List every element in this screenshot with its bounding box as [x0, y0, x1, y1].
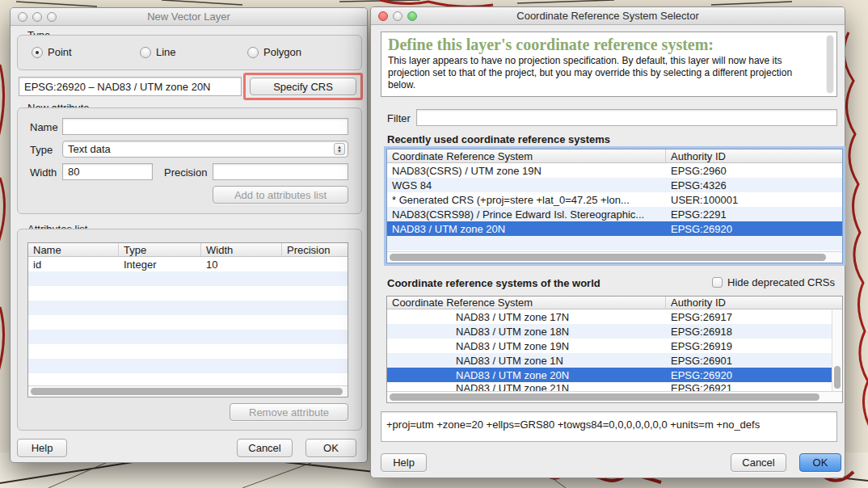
col-authority[interactable]: Authority ID	[666, 297, 842, 309]
radio-point-label: Point	[48, 46, 72, 58]
hide-deprecated-checkbox[interactable]: Hide deprecated CRSs	[712, 276, 835, 288]
table-row-selected[interactable]: NAD83 / UTM zone 20N EPSG:26920	[387, 368, 842, 382]
empty-row	[28, 344, 348, 359]
col-authority[interactable]: Authority ID	[666, 149, 842, 162]
cell-authority: EPSG:26919	[666, 340, 842, 352]
stepper-icon[interactable]: ▲▼	[334, 143, 345, 155]
proj-string-value: +proj=utm +zone=20 +ellps=GRS80 +towgs84…	[386, 419, 760, 431]
table-row[interactable]: NAD83 / UTM zone 18N EPSG:26918	[387, 324, 842, 339]
scrollbar-thumb[interactable]	[390, 393, 820, 401]
radio-line[interactable]: Line	[140, 46, 176, 58]
zoom-icon[interactable]	[47, 12, 57, 22]
table-row[interactable]: id Integer 10	[28, 257, 348, 271]
close-icon[interactable]	[378, 11, 388, 21]
help-button[interactable]: Help	[17, 439, 67, 457]
radio-line-label: Line	[156, 46, 176, 58]
description-box: Define this layer's coordinate reference…	[381, 32, 837, 97]
horizontal-scrollbar[interactable]	[387, 391, 842, 402]
table-row[interactable]: NAD83(CSRS) / UTM zone 19N EPSG:2960	[387, 163, 842, 178]
empty-row	[387, 236, 842, 250]
empty-row	[28, 271, 348, 286]
world-section-label: Coordinate reference systems of the worl…	[387, 277, 600, 289]
crs-display-field[interactable]: EPSG:26920 – NAD83 / UTM zone 20N	[19, 77, 242, 96]
table-row[interactable]: * Generated CRS (+proj=stere +lat_0=47.2…	[387, 192, 842, 207]
help-button[interactable]: Help	[381, 453, 427, 472]
cancel-button[interactable]: Cancel	[731, 453, 786, 472]
scrollbar-thumb[interactable]	[390, 254, 826, 261]
name-label: Name	[30, 121, 58, 133]
attributes-table-header[interactable]: Name Type Width Precision	[28, 243, 348, 257]
vertical-scrollbar[interactable]	[832, 309, 842, 391]
vertical-scrollbar[interactable]	[826, 35, 834, 94]
col-precision[interactable]: Precision	[282, 243, 348, 256]
scrollbar-thumb[interactable]	[827, 36, 833, 93]
specify-crs-button[interactable]: Specify CRS	[250, 78, 356, 95]
filter-input[interactable]	[416, 109, 837, 126]
table-row[interactable]: NAD83 / UTM zone 1N EPSG:26901	[387, 353, 842, 368]
minimize-icon[interactable]	[32, 12, 42, 22]
zoom-icon[interactable]	[407, 11, 417, 21]
attributes-table: Name Type Width Precision id Integer 10	[27, 242, 348, 398]
cell-crs: NAD83 / UTM zone 19N	[387, 340, 666, 352]
col-name[interactable]: Name	[28, 243, 119, 256]
empty-row	[28, 359, 348, 373]
scrollbar-thumb[interactable]	[31, 388, 343, 395]
radio-point-icon	[32, 47, 43, 58]
ok-button[interactable]: OK	[305, 439, 356, 457]
checkbox-icon	[712, 277, 723, 288]
world-table-header[interactable]: Coordinate Reference System Authority ID	[387, 297, 842, 309]
cell-type: Integer	[119, 259, 201, 271]
width-input[interactable]: 80	[62, 163, 153, 180]
close-icon[interactable]	[18, 12, 27, 22]
table-row[interactable]: NAD83 / UTM zone 19N EPSG:26919	[387, 339, 842, 353]
radio-point[interactable]: Point	[32, 46, 72, 58]
radio-polygon[interactable]: Polygon	[247, 46, 301, 58]
horizontal-scrollbar[interactable]	[28, 385, 348, 397]
type-select[interactable]: Text data ▲▼	[62, 141, 348, 158]
minimize-icon[interactable]	[393, 11, 402, 21]
recent-section-label: Recently used coordinate reference syste…	[387, 133, 610, 145]
cell-authority: USER:100001	[666, 194, 842, 206]
titlebar[interactable]: New Vector Layer	[11, 8, 367, 26]
cell-authority: EPSG:26920	[666, 369, 842, 381]
cell-crs: NAD83(CSRS) / UTM zone 19N	[387, 165, 666, 177]
recent-table-header[interactable]: Coordinate Reference System Authority ID	[387, 149, 842, 163]
col-type[interactable]: Type	[119, 243, 201, 256]
cancel-button[interactable]: Cancel	[237, 439, 293, 457]
filter-label: Filter	[387, 112, 411, 124]
cell-authority: EPSG:26920	[666, 223, 842, 235]
table-row-selected[interactable]: NAD83 / UTM zone 20N EPSG:26920	[387, 221, 842, 236]
add-to-attributes-button[interactable]: Add to attributes list	[213, 186, 348, 204]
titlebar[interactable]: Coordinate Reference System Selector	[371, 7, 845, 25]
width-label: Width	[30, 166, 57, 179]
precision-label: Precision	[164, 166, 207, 179]
window-title: New Vector Layer	[11, 11, 367, 23]
empty-row	[28, 330, 348, 344]
col-crs[interactable]: Coordinate Reference System	[387, 149, 666, 162]
remove-attribute-button[interactable]: Remove attribute	[230, 403, 348, 421]
ok-button[interactable]: OK	[799, 453, 841, 472]
col-width[interactable]: Width	[201, 243, 282, 256]
col-crs[interactable]: Coordinate Reference System	[387, 297, 666, 309]
cell-crs: * Generated CRS (+proj=stere +lat_0=47.2…	[387, 194, 666, 206]
scrollbar-thumb[interactable]	[834, 366, 841, 389]
table-row[interactable]: NAD83(CSRS98) / Prince Edward Isl. Stere…	[387, 207, 842, 221]
name-input[interactable]	[62, 118, 348, 135]
cell-authority: EPSG:26901	[666, 355, 842, 367]
proj-string-box[interactable]: +proj=utm +zone=20 +ellps=GRS80 +towgs84…	[381, 411, 837, 442]
cell-width: 10	[201, 259, 282, 271]
horizontal-scrollbar[interactable]	[387, 251, 842, 263]
table-row[interactable]: WGS 84 EPSG:4326	[387, 178, 842, 192]
type-label: Type	[30, 144, 53, 156]
empty-row	[28, 301, 348, 315]
radio-polygon-label: Polygon	[263, 46, 301, 58]
recent-crs-table: Coordinate Reference System Authority ID…	[386, 149, 843, 263]
radio-polygon-icon	[247, 47, 259, 58]
cell-authority: EPSG:2960	[666, 165, 842, 177]
cell-crs: NAD83 / UTM zone 20N	[387, 369, 666, 381]
precision-input[interactable]	[213, 163, 348, 180]
cell-crs: WGS 84	[387, 179, 666, 191]
table-row[interactable]: NAD83 / UTM zone 17N EPSG:26917	[387, 309, 842, 324]
type-select-value: Text data	[68, 143, 111, 155]
crs-selector-dialog: Coordinate Reference System Selector Def…	[370, 6, 845, 478]
